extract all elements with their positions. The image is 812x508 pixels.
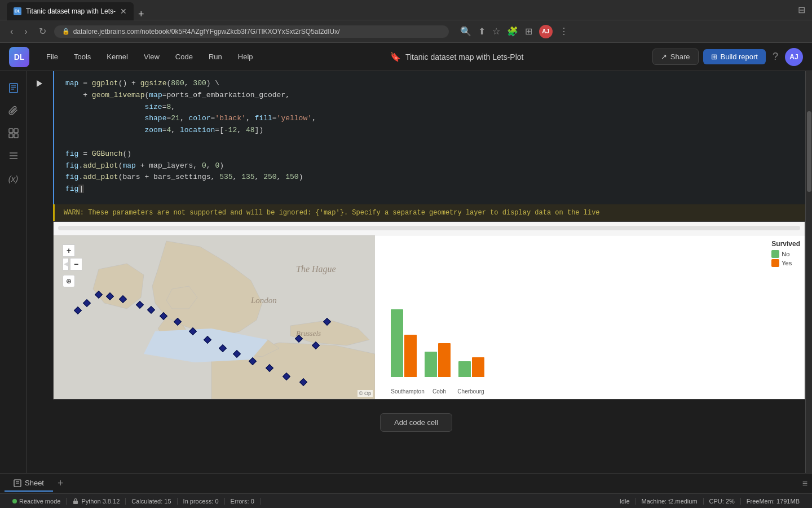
map-dot — [119, 295, 127, 303]
menu-dots-icon[interactable]: ⋮ — [559, 26, 568, 37]
zoom-out-button[interactable]: − — [70, 258, 82, 270]
menu-view[interactable]: View — [136, 48, 167, 65]
map-controls: + ◀ − ⊕ — [63, 244, 82, 287]
bookmark-icon[interactable]: ☆ — [492, 26, 500, 37]
locate-button[interactable]: ⊕ — [63, 275, 75, 287]
status-reactive-mode[interactable]: Reactive mode — [7, 498, 67, 505]
svg-rect-19 — [73, 501, 78, 504]
browser-action-icons: ⊟ — [798, 5, 805, 15]
zoom-in-button[interactable]: + — [63, 244, 75, 257]
status-indicator-dot — [12, 499, 17, 503]
menu-kernel[interactable]: Kernel — [99, 48, 136, 65]
scroll-thumb — [807, 111, 811, 191]
bar-group-cobh — [425, 343, 451, 377]
chart-area: Survived No Yes — [375, 235, 805, 399]
notebook-title-text: Titanic dataset map with Lets-Plot — [405, 52, 524, 62]
forward-button[interactable]: › — [21, 25, 30, 38]
active-tab[interactable]: DL Titanic dataset map with Lets- ✕ — [7, 2, 134, 20]
free-mem-label: FreeMem: 1791MB — [747, 498, 800, 505]
bar-southampton-no — [391, 309, 403, 377]
toolbar-right: ↗ Share ⊞ Build report ? AJ — [652, 48, 803, 66]
user-profile-icon[interactable]: AJ — [539, 25, 553, 38]
sidebar-attachments-icon[interactable] — [3, 100, 24, 121]
code-cell-inner: map = ggplot() + ggsize(800, 300) \ + ge… — [53, 71, 805, 204]
search-icon[interactable]: 🔍 — [460, 26, 471, 37]
map-dot — [160, 312, 167, 320]
bar-southampton-yes — [404, 335, 417, 377]
notebook-content[interactable]: map = ggplot() + ggsize(800, 300) \ + ge… — [27, 71, 805, 473]
address-bar[interactable]: 🔒 datalore.jetbrains.com/notebook/0k5R4A… — [54, 25, 449, 38]
plot-content: The Hague London Brussels + ◀ − ⊕ — [54, 235, 805, 399]
url-row: ‹ › ↻ 🔒 datalore.jetbrains.com/notebook/… — [0, 20, 812, 43]
tab-close-button[interactable]: ✕ — [120, 7, 127, 16]
bar-group-cherbourg — [458, 357, 484, 377]
right-scrollbar[interactable] — [805, 71, 812, 473]
map-dot — [266, 364, 273, 372]
idle-label: Idle — [620, 498, 630, 505]
status-calculated: Calculated: 15 — [126, 498, 177, 505]
map-dot — [74, 306, 82, 314]
share-icon[interactable]: ⬆ — [478, 26, 486, 37]
add-sheet-button[interactable]: + — [53, 475, 68, 492]
map-dots — [54, 235, 375, 399]
code-block[interactable]: map = ggplot() + ggsize(800, 300) \ + ge… — [54, 76, 805, 200]
sidebar-variables-icon[interactable]: (x) — [3, 168, 24, 189]
help-button[interactable]: ? — [770, 49, 780, 65]
reload-button[interactable]: ↻ — [36, 25, 50, 38]
share-button[interactable]: ↗ Share — [652, 49, 699, 65]
url-text: datalore.jetbrains.com/notebook/0k5R4AZg… — [73, 28, 340, 36]
bottom-right-menu[interactable]: ≡ — [802, 479, 807, 489]
map-dot — [147, 306, 155, 314]
menu-run[interactable]: Run — [201, 48, 230, 65]
cpu-label: CPU: 2% — [709, 498, 735, 505]
map-dot — [174, 318, 182, 326]
new-tab-button[interactable]: + — [134, 8, 149, 20]
sidebar-outline-icon[interactable] — [3, 146, 24, 166]
map-dot — [95, 291, 103, 299]
sidebar-plugins-icon[interactable] — [3, 123, 24, 143]
warning-output: WARN: These parameters are not supported… — [53, 204, 805, 221]
status-bar: Reactive mode Python 3.8.12 Calculated: … — [0, 493, 812, 508]
plot-progress-bar — [58, 226, 800, 230]
menu-code[interactable]: Code — [167, 48, 201, 65]
window-minimize-icon: ⊟ — [798, 5, 805, 15]
back-button[interactable]: ‹ — [7, 25, 16, 38]
user-avatar-button[interactable]: AJ — [785, 48, 803, 66]
menu-tools[interactable]: Tools — [66, 48, 99, 65]
map-dot — [249, 357, 257, 365]
extension-icon[interactable]: 🧩 — [507, 26, 518, 37]
code-cell: map = ggplot() + ggsize(800, 300) \ + ge… — [27, 71, 805, 204]
sheet-icon — [14, 479, 21, 487]
svg-rect-5 — [14, 129, 18, 133]
legend-yes-color — [771, 259, 779, 267]
svg-rect-7 — [14, 134, 18, 138]
menu-help[interactable]: Help — [230, 48, 261, 65]
sheet-tab[interactable]: Sheet — [5, 475, 53, 492]
build-report-button[interactable]: ⊞ Build report — [703, 49, 766, 64]
tab-favicon: DL — [14, 7, 21, 15]
label-cherbourg: Cherbourg — [454, 388, 488, 395]
map-dot — [189, 327, 197, 335]
errors-label: Errors: 0 — [231, 498, 254, 505]
bar-group-southampton — [391, 309, 417, 377]
bar-cherbourg-yes — [472, 357, 484, 377]
svg-rect-0 — [10, 84, 17, 93]
run-cell-button[interactable] — [33, 77, 46, 90]
build-icon: ⊞ — [711, 52, 717, 61]
map-visualization[interactable]: The Hague London Brussels + ◀ − ⊕ — [54, 235, 375, 399]
status-python: Python 3.8.12 — [67, 498, 126, 505]
plot-toolbar — [54, 222, 805, 235]
warning-text: WARN: These parameters are not supported… — [64, 209, 600, 217]
status-cpu: CPU: 2% — [704, 498, 741, 505]
layout-icon[interactable]: ⊞ — [525, 26, 532, 37]
status-errors: Errors: 0 — [225, 498, 261, 505]
share-icon: ↗ — [661, 52, 667, 61]
menu-file[interactable]: File — [38, 48, 66, 65]
machine-label: Machine: t2.medium — [642, 498, 698, 505]
label-southampton: Southampton — [391, 388, 425, 395]
add-code-cell-button[interactable]: Add code cell — [380, 413, 452, 432]
map-arrow-left[interactable]: ◀ — [63, 258, 69, 270]
legend-no-color — [771, 250, 779, 258]
sidebar-notebook-icon[interactable] — [3, 78, 24, 98]
sheet-tab-label: Sheet — [25, 479, 44, 487]
